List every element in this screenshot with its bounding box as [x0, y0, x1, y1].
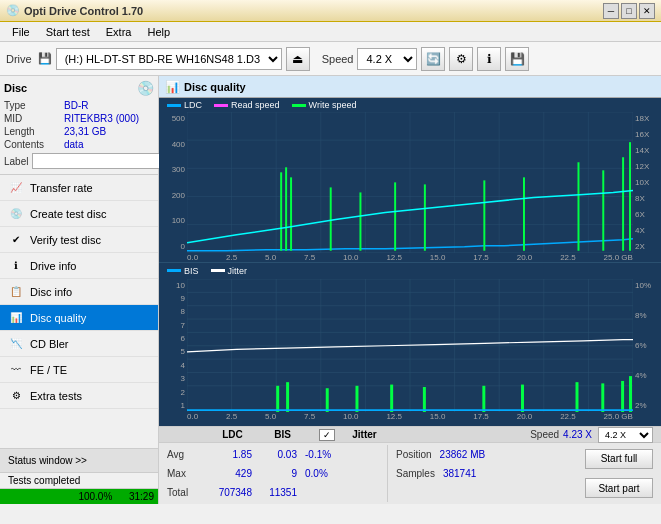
menu-start-test[interactable]: Start test: [38, 24, 98, 40]
top-y-axis-right: 18X 16X 14X 12X 10X 8X 6X 4X 2X: [633, 112, 661, 253]
disc-label-label: Label: [4, 156, 28, 167]
menu-extra[interactable]: Extra: [98, 24, 140, 40]
sidebar: Disc 💿 Type BD-R MID RITEKBR3 (000) Leng…: [0, 76, 159, 504]
position-value: 23862 MB: [440, 449, 486, 460]
minimize-button[interactable]: ─: [603, 3, 619, 19]
bot-y-10: 10: [176, 281, 187, 290]
bot-x-10: 10.0: [343, 412, 359, 426]
sidebar-item-drive-info[interactable]: ℹ Drive info: [0, 253, 158, 279]
top-x-0: 0.0: [187, 253, 198, 262]
start-full-button[interactable]: Start full: [585, 449, 653, 469]
refresh-button[interactable]: 🔄: [421, 47, 445, 71]
sidebar-item-transfer-rate[interactable]: 📈 Transfer rate: [0, 175, 158, 201]
drive-info-icon: ℹ: [8, 258, 24, 274]
top-yr-8x: 8X: [633, 194, 661, 203]
speed-select[interactable]: 4.2 X: [357, 48, 417, 70]
bot-x-0: 0.0: [187, 412, 198, 426]
svg-rect-62: [629, 376, 632, 412]
stats-bar: LDC BIS ✓ Jitter Speed 4.23 X 4.2 X Avg: [159, 426, 661, 504]
disc-mid-row: MID RITEKBR3 (000): [4, 113, 154, 124]
svg-rect-58: [521, 384, 524, 412]
eject-button[interactable]: ⏏: [286, 47, 310, 71]
chart-area: 📊 Disc quality LDC Read speed Write spee…: [159, 76, 661, 504]
nav-label-disc-quality: Disc quality: [30, 312, 86, 324]
disc-icon: 💿: [137, 80, 154, 96]
disc-section-title: Disc: [4, 82, 27, 94]
stats-bis-header: BIS: [260, 429, 305, 440]
info-button[interactable]: ℹ: [477, 47, 501, 71]
sidebar-item-disc-quality[interactable]: 📊 Disc quality: [0, 305, 158, 331]
svg-rect-60: [601, 383, 604, 412]
sidebar-item-cd-bler[interactable]: 📉 CD Bler: [0, 331, 158, 357]
top-chart-svg: [187, 112, 633, 253]
status-completed-text: Tests completed: [0, 473, 158, 488]
disc-type-row: Type BD-R: [4, 100, 154, 111]
bot-x-5: 5.0: [265, 412, 276, 426]
top-x-22-5: 22.5: [560, 253, 576, 262]
menu-help[interactable]: Help: [139, 24, 178, 40]
bottom-y-axis-left: 10 9 8 7 6 5 4 3 2 1: [159, 279, 187, 413]
disc-contents-row: Contents data: [4, 139, 154, 150]
save-button[interactable]: 💾: [505, 47, 529, 71]
settings-button[interactable]: ⚙: [449, 47, 473, 71]
speed-stat-value: 4.23 X: [563, 429, 592, 440]
stats-avg-label: Avg: [167, 449, 205, 460]
toolbar: Drive 💾 (H:) HL-DT-ST BD-RE WH16NS48 1.D…: [0, 42, 661, 76]
samples-label: Samples: [396, 468, 435, 479]
maximize-button[interactable]: □: [621, 3, 637, 19]
close-button[interactable]: ✕: [639, 3, 655, 19]
top-chart-svg-container: [187, 112, 633, 253]
sidebar-item-create-test-disc[interactable]: 💿 Create test disc: [0, 201, 158, 227]
legend-write-speed-color: [292, 104, 306, 107]
status-window-button[interactable]: Status window >>: [0, 449, 158, 473]
stats-total-label: Total: [167, 487, 205, 498]
jitter-checkbox[interactable]: ✓: [319, 429, 335, 441]
bottom-y-axis-right: 10% 8% 6% 4% 2%: [633, 279, 661, 413]
speed-stat-select[interactable]: 4.2 X: [598, 427, 653, 443]
chart-header: 📊 Disc quality: [159, 76, 661, 98]
bot-yr-4pct: 4%: [633, 371, 661, 380]
bottom-chart-legend: BIS Jitter: [159, 263, 661, 279]
stats-table-left: Avg 1.85 0.03 -0.1% Max 429 9 0.0% Tot: [167, 445, 387, 502]
stats-table-right: Position 23862 MB Samples 381741: [387, 445, 577, 502]
extra-tests-icon: ⚙: [8, 388, 24, 404]
disc-label-input[interactable]: [32, 153, 161, 169]
bot-yr-10pct: 10%: [633, 281, 661, 290]
title-bar-controls: ─ □ ✕: [603, 3, 655, 19]
top-x-17-5: 17.5: [473, 253, 489, 262]
bot-x-25: 25.0 GB: [604, 412, 633, 426]
stats-avg-bis: 0.03: [260, 449, 305, 460]
sidebar-item-fe-te[interactable]: 〰 FE / TE: [0, 357, 158, 383]
position-label: Position: [396, 449, 432, 460]
legend-bis-color: [167, 269, 181, 272]
disc-contents-value: data: [64, 139, 83, 150]
stats-col-headers: LDC BIS ✓ Jitter Speed 4.23 X 4.2 X: [159, 427, 661, 443]
top-x-15: 15.0: [430, 253, 446, 262]
progress-text: 100.0% 31:29: [78, 489, 154, 505]
title-bar-left: 💿 Opti Drive Control 1.70: [6, 4, 143, 17]
drive-select[interactable]: (H:) HL-DT-ST BD-RE WH16NS48 1.D3: [56, 48, 282, 70]
legend-jitter: Jitter: [211, 266, 248, 276]
legend-ldc-color: [167, 104, 181, 107]
nav-label-disc-info: Disc info: [30, 286, 72, 298]
disc-mid-label: MID: [4, 113, 64, 124]
bot-x-12-5: 12.5: [386, 412, 402, 426]
legend-write-speed: Write speed: [292, 100, 357, 110]
disc-panel: Disc 💿 Type BD-R MID RITEKBR3 (000) Leng…: [0, 76, 158, 175]
top-yr-4x: 4X: [633, 226, 661, 235]
cd-bler-icon: 📉: [8, 336, 24, 352]
stats-total-bis: 11351: [260, 487, 305, 498]
svg-rect-57: [482, 385, 485, 412]
start-part-button[interactable]: Start part: [585, 478, 653, 498]
menu-file[interactable]: File: [4, 24, 38, 40]
drive-label: Drive: [6, 53, 32, 65]
speed-stat-label: Speed: [530, 429, 559, 440]
stats-samples-row: Samples 381741: [396, 466, 577, 482]
sidebar-item-extra-tests[interactable]: ⚙ Extra tests: [0, 383, 158, 409]
sidebar-item-verify-test-disc[interactable]: ✔ Verify test disc: [0, 227, 158, 253]
top-yr-16x: 16X: [633, 130, 661, 139]
stats-jitter-header: Jitter: [337, 429, 392, 440]
bot-x-17-5: 17.5: [473, 412, 489, 426]
main-content: Disc 💿 Type BD-R MID RITEKBR3 (000) Leng…: [0, 76, 661, 504]
sidebar-item-disc-info[interactable]: 📋 Disc info: [0, 279, 158, 305]
